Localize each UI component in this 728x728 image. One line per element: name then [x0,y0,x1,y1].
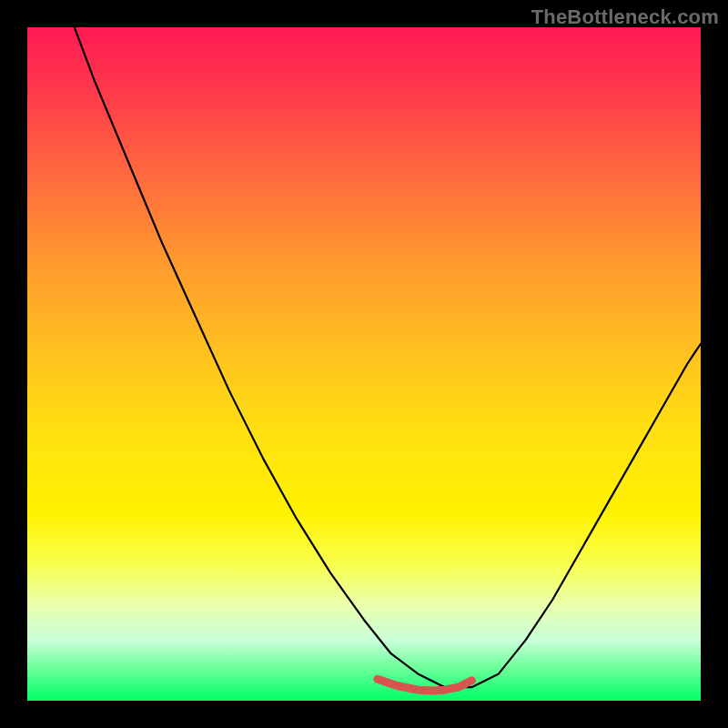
performance-curve [75,27,701,687]
chart-container: TheBottleneck.com [0,0,728,728]
bottleneck-marker [378,679,472,691]
watermark-text: TheBottleneck.com [531,5,719,29]
plot-area [27,27,701,701]
chart-svg [27,27,701,701]
